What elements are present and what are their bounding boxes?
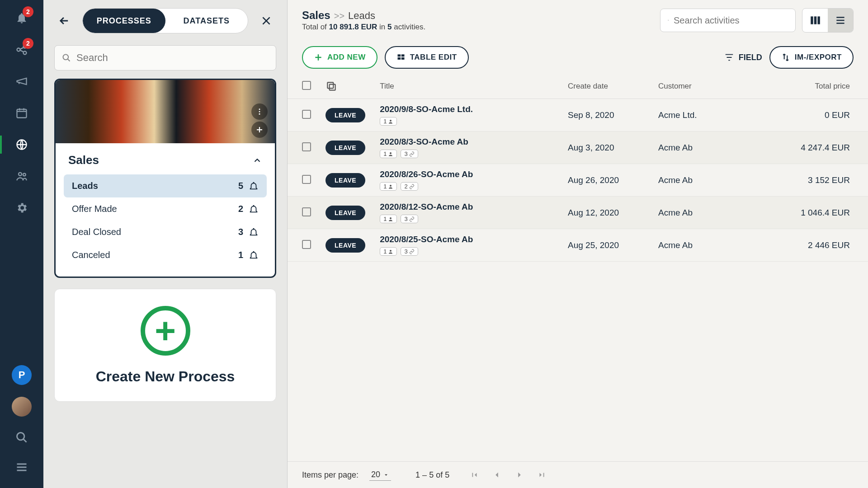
- card-more-button[interactable]: [251, 103, 268, 120]
- stage-item[interactable]: Canceled 1: [64, 244, 267, 267]
- leave-button[interactable]: LEAVE: [326, 238, 365, 253]
- nav-people[interactable]: [13, 167, 31, 185]
- row-date: Aug 12, 2020: [561, 197, 651, 229]
- page-last-button[interactable]: [537, 470, 547, 480]
- first-page-icon: [469, 470, 479, 480]
- stage-name: Canceled: [72, 250, 110, 260]
- svg-point-5: [19, 173, 22, 176]
- nav-notifications[interactable]: 2: [13, 9, 31, 27]
- row-checkbox[interactable]: [302, 142, 311, 151]
- nav-rail: 2 2 P: [0, 0, 43, 488]
- last-page-icon: [537, 470, 547, 480]
- stage-name: Offer Made: [72, 204, 117, 214]
- select-all-checkbox[interactable]: [302, 81, 311, 90]
- tab-datasets[interactable]: DATASETS: [165, 9, 248, 33]
- row-title: 2020/8/25-SO-Acme Ab: [380, 235, 553, 244]
- nav-campaigns[interactable]: [13, 72, 31, 90]
- page-next-button[interactable]: [514, 470, 524, 480]
- table-edit-button[interactable]: TABLE EDIT: [385, 46, 469, 69]
- list-icon: [835, 14, 846, 26]
- row-checkbox[interactable]: [302, 110, 311, 119]
- back-button[interactable]: [54, 11, 74, 31]
- svg-rect-15: [817, 16, 820, 24]
- stage-item[interactable]: Deal Closed 3: [64, 221, 267, 244]
- copy-icon[interactable]: [326, 80, 337, 92]
- add-new-button[interactable]: ADD NEW: [302, 46, 377, 69]
- leave-button[interactable]: LEAVE: [326, 141, 365, 155]
- svg-rect-13: [811, 16, 813, 24]
- svg-rect-19: [401, 57, 405, 60]
- bell-icon: [249, 204, 259, 214]
- view-list-button[interactable]: [828, 9, 853, 32]
- table-row[interactable]: LEAVE 2020/8/12-SO-Acme Ab 1 3 Aug 12, 2…: [288, 197, 868, 229]
- row-checkbox[interactable]: [302, 175, 311, 184]
- row-date: Aug 26, 2020: [561, 164, 651, 197]
- leave-button[interactable]: LEAVE: [326, 173, 365, 188]
- col-total-price[interactable]: Total price: [778, 74, 868, 99]
- chevron-right-icon: [514, 470, 524, 480]
- nav-menu[interactable]: [13, 458, 31, 476]
- row-customer: Acme Ab: [651, 197, 778, 229]
- row-customer: Acme Ab: [651, 131, 778, 164]
- nav-settings[interactable]: [13, 199, 31, 217]
- total-line: Total of 10 891.8 EUR in 5 activities.: [302, 23, 425, 32]
- stage-item[interactable]: Offer Made 2: [64, 197, 267, 221]
- user-avatar[interactable]: [12, 397, 32, 417]
- table-row[interactable]: LEAVE 2020/9/8-SO-Acme Ltd. 1 Sep 8, 202…: [288, 99, 868, 131]
- row-checkbox[interactable]: [302, 207, 311, 216]
- svg-point-7: [17, 433, 24, 440]
- svg-rect-21: [327, 82, 333, 88]
- leave-button[interactable]: LEAVE: [326, 206, 365, 220]
- collapse-button[interactable]: [252, 155, 262, 165]
- row-date: Aug 3, 2020: [561, 131, 651, 164]
- view-kanban-button[interactable]: [802, 9, 828, 32]
- row-checkbox[interactable]: [302, 240, 311, 249]
- stage-count: 5: [238, 181, 243, 191]
- close-panel-button[interactable]: [256, 11, 276, 31]
- nav-calendar[interactable]: [13, 104, 31, 122]
- side-search-wrap[interactable]: [54, 45, 276, 70]
- create-process-card[interactable]: + Create New Process: [54, 289, 276, 402]
- links-chip: 2: [401, 182, 418, 191]
- notifications-badge: 2: [23, 6, 33, 17]
- stage-item[interactable]: Leads 5: [64, 174, 267, 197]
- row-title: 2020/9/8-SO-Acme Ltd.: [380, 104, 553, 114]
- svg-rect-20: [330, 84, 335, 90]
- nav-workspaces[interactable]: 2: [13, 41, 31, 59]
- nav-processes[interactable]: [13, 136, 31, 154]
- table-row[interactable]: LEAVE 2020/8/3-SO-Acme Ab 1 3 Aug 3, 202…: [288, 131, 868, 164]
- row-title: 2020/8/12-SO-Acme Ab: [380, 202, 553, 212]
- svg-rect-16: [397, 54, 401, 56]
- create-process-label: Create New Process: [96, 368, 235, 385]
- tab-processes[interactable]: PROCESSES: [83, 9, 165, 33]
- card-add-button[interactable]: [251, 122, 268, 138]
- breadcrumb-sub: Leads: [348, 10, 375, 22]
- nav-search[interactable]: [13, 428, 31, 446]
- search-icon: [15, 431, 28, 444]
- row-customer: Acme Ab: [651, 164, 778, 197]
- row-title: 2020/8/3-SO-Acme Ab: [380, 137, 553, 147]
- users-chip: 1: [380, 150, 397, 158]
- row-price: 0 EUR: [778, 99, 868, 131]
- row-price: 4 247.4 EUR: [778, 131, 868, 164]
- side-search-input[interactable]: [76, 52, 269, 64]
- page-prev-button[interactable]: [492, 470, 502, 480]
- search-activities[interactable]: [660, 9, 796, 32]
- stage-count: 3: [238, 227, 243, 237]
- table-row[interactable]: LEAVE 2020/8/26-SO-Acme Ab 1 2 Aug 26, 2…: [288, 164, 868, 197]
- col-customer[interactable]: Customer: [651, 74, 778, 99]
- org-avatar[interactable]: P: [12, 365, 32, 385]
- col-title[interactable]: Title: [373, 74, 561, 99]
- row-customer: Acme Ltd.: [651, 99, 778, 131]
- search-activities-input[interactable]: [674, 15, 788, 26]
- items-per-page-select[interactable]: 20: [369, 469, 391, 481]
- import-export-button[interactable]: IM-/EXPORT: [769, 46, 854, 69]
- triangle-down-icon: [383, 472, 389, 478]
- page-first-button[interactable]: [469, 470, 479, 480]
- table-row[interactable]: LEAVE 2020/8/25-SO-Acme Ab 1 3 Aug 25, 2…: [288, 229, 868, 262]
- leave-button[interactable]: LEAVE: [326, 108, 365, 122]
- globe-icon: [15, 138, 28, 151]
- col-create-date[interactable]: Create date: [561, 74, 651, 99]
- field-button[interactable]: FIELD: [724, 52, 762, 62]
- paginator: Items per page: 20 1 – 5 of 5: [288, 461, 868, 488]
